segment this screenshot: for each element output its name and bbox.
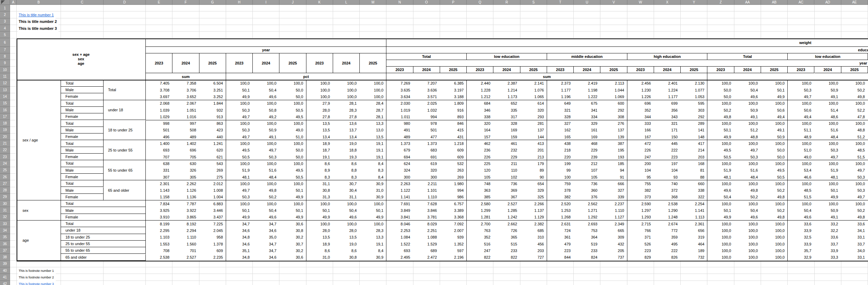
- row-header-35[interactable]: 35: [0, 234, 10, 241]
- col-header-S[interactable]: S: [520, 0, 547, 5]
- title-text: This is title number 3: [18, 25, 59, 32]
- row-header-9[interactable]: 9: [0, 60, 10, 67]
- column-header-strip: ABCDEFGHIJKLMNOPQRSTUVWXYZAAABACADAE: [0, 0, 868, 5]
- row-header-14[interactable]: 14: [0, 93, 10, 100]
- row-header-24[interactable]: 24: [0, 160, 10, 167]
- col-header-Q[interactable]: Q: [467, 0, 493, 5]
- row-header-1[interactable]: 1: [0, 5, 10, 11]
- col-header-V[interactable]: V: [600, 0, 627, 5]
- row-header-11[interactable]: 11: [0, 73, 10, 80]
- row-header-29[interactable]: 29: [0, 194, 10, 200]
- row-header-8[interactable]: 8: [0, 53, 10, 60]
- col-header-O[interactable]: O: [413, 0, 440, 5]
- row-header-21[interactable]: 21: [0, 140, 10, 147]
- row-header-30[interactable]: 30: [0, 200, 10, 207]
- col-header-J[interactable]: J: [279, 0, 306, 5]
- footnote-text: This is footnote number 2: [18, 274, 56, 280]
- row-header-32[interactable]: 32: [0, 214, 10, 221]
- footnote-link[interactable]: This is footnote number 3: [18, 281, 56, 285]
- col-header-D[interactable]: D: [104, 0, 146, 5]
- row-header-15[interactable]: 15: [0, 100, 10, 107]
- select-all-button[interactable]: [0, 0, 10, 5]
- row-header-12[interactable]: 12: [0, 80, 10, 87]
- row-header-22[interactable]: 22: [0, 147, 10, 154]
- row-header-25[interactable]: 25: [0, 167, 10, 174]
- row-header-23[interactable]: 23: [0, 154, 10, 160]
- col-header-H[interactable]: H: [226, 0, 253, 5]
- col-header-AC[interactable]: AC: [788, 0, 814, 5]
- col-header-AA[interactable]: AA: [734, 0, 761, 5]
- col-header-AE[interactable]: AE: [841, 0, 868, 5]
- col-header-C[interactable]: C: [61, 0, 104, 5]
- row-header-20[interactable]: 20: [0, 133, 10, 140]
- col-header-W[interactable]: W: [627, 0, 654, 5]
- row-header-17[interactable]: 17: [0, 113, 10, 120]
- col-header-Z[interactable]: Z: [707, 0, 734, 5]
- col-header-R[interactable]: R: [493, 0, 520, 5]
- row-header-39[interactable]: 39: [0, 261, 10, 267]
- row-header-10[interactable]: 10: [0, 67, 10, 73]
- row-header-41[interactable]: 41: [0, 274, 10, 280]
- row-header-31[interactable]: 31: [0, 207, 10, 214]
- title-link[interactable]: This is title number 1: [18, 11, 55, 18]
- row-header-7[interactable]: 7: [0, 47, 10, 53]
- select-all-icon: [1, 0, 5, 4]
- row-header-5[interactable]: 5: [0, 32, 10, 38]
- row-header-3[interactable]: 3: [0, 18, 10, 25]
- col-header-K[interactable]: K: [306, 0, 333, 5]
- col-header-T[interactable]: T: [547, 0, 574, 5]
- col-header-F[interactable]: F: [172, 0, 199, 5]
- row-header-42[interactable]: 42: [0, 281, 10, 285]
- col-header-X[interactable]: X: [654, 0, 681, 5]
- spreadsheet-app: { "colors": { "link": "#0b5ed7", "commen…: [0, 0, 868, 285]
- row-header-16[interactable]: 16: [0, 107, 10, 113]
- col-header-E[interactable]: E: [146, 0, 172, 5]
- col-header-N[interactable]: N: [386, 0, 413, 5]
- row-header-28[interactable]: 28: [0, 187, 10, 194]
- col-header-AD[interactable]: AD: [815, 0, 841, 5]
- row-header-38[interactable]: 38: [0, 254, 10, 261]
- titles-and-footnotes: This is title number 1This is title numb…: [0, 0, 868, 285]
- col-header-B[interactable]: B: [17, 0, 61, 5]
- row-header-6[interactable]: 6: [0, 38, 10, 47]
- col-header-L[interactable]: L: [333, 0, 360, 5]
- row-header-40[interactable]: 40: [0, 267, 10, 274]
- col-header-P[interactable]: P: [440, 0, 467, 5]
- col-header-U[interactable]: U: [574, 0, 600, 5]
- row-header-19[interactable]: 19: [0, 127, 10, 133]
- footnote-text: This is footnote number 1: [18, 267, 56, 274]
- col-header-A[interactable]: A: [10, 0, 17, 5]
- row-header-37[interactable]: 37: [0, 247, 10, 254]
- row-header-34[interactable]: 34: [0, 227, 10, 234]
- col-header-M[interactable]: M: [360, 0, 386, 5]
- col-header-I[interactable]: I: [253, 0, 279, 5]
- row-header-26[interactable]: 26: [0, 174, 10, 180]
- row-header-27[interactable]: 27: [0, 180, 10, 187]
- title-text: This is title number 2: [18, 18, 59, 25]
- col-header-G[interactable]: G: [199, 0, 226, 5]
- row-header-13[interactable]: 13: [0, 87, 10, 93]
- row-header-18[interactable]: 18: [0, 120, 10, 127]
- row-header-2[interactable]: 2: [0, 11, 10, 18]
- row-header-36[interactable]: 36: [0, 241, 10, 247]
- col-header-Y[interactable]: Y: [681, 0, 707, 5]
- col-header-AB[interactable]: AB: [761, 0, 788, 5]
- row-header-33[interactable]: 33: [0, 221, 10, 227]
- row-header-4[interactable]: 4: [0, 25, 10, 32]
- row-header-strip: 1234567891011121314151617181920212223242…: [0, 5, 10, 285]
